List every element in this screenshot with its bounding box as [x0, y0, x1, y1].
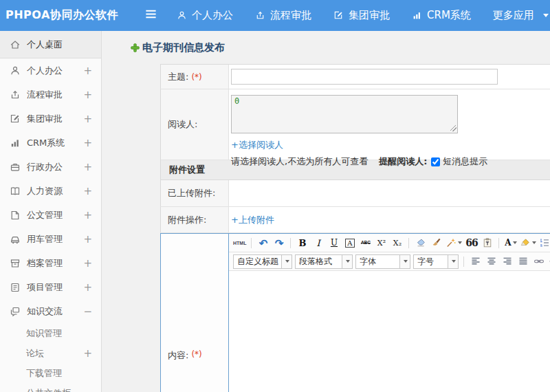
app-logo: PHPOA协同办公软件 [0, 8, 136, 23]
expand-icon[interactable]: + [83, 65, 92, 77]
sidebar-item-vehicle-management[interactable]: 用车管理+ [0, 227, 101, 251]
align-left-button[interactable] [468, 254, 483, 269]
expand-icon[interactable]: + [83, 161, 92, 173]
menu-icon [144, 8, 157, 21]
sidebar-item-personal-office[interactable]: 个人办公+ [0, 58, 101, 83]
top-header: PHPOA协同办公软件 个人办公流程审批集团审批CRM系统更多应用 [0, 0, 550, 31]
sidebar-item-human-resources[interactable]: 人力资源+ [0, 179, 101, 203]
edit-icon [10, 113, 21, 124]
sidebar-item-archive-management[interactable]: 档案管理+ [0, 251, 101, 275]
chart-icon [412, 10, 422, 21]
dropdown-caret [399, 255, 410, 268]
choose-readers-link[interactable]: +选择阅读人 [231, 139, 283, 151]
highlight-color-button[interactable] [519, 236, 537, 250]
sidebar-item-group-approval[interactable]: 集团审批+ [0, 107, 101, 131]
font-family-button[interactable]: A [342, 236, 357, 250]
sidebar-item-document-management[interactable]: 公文管理+ [0, 203, 101, 227]
sidebar-item-label: 知识管理 [26, 327, 62, 340]
expand-icon[interactable]: + [83, 89, 92, 101]
dropdown-caret [342, 255, 352, 268]
sidebar-item-workflow-approval[interactable]: 流程审批+ [0, 83, 101, 107]
sidebar-item-project-management[interactable]: 项目管理+ [0, 275, 101, 299]
edit-icon [333, 10, 344, 21]
expand-icon[interactable]: + [83, 281, 92, 294]
heading-select[interactable]: 自定义标题 [233, 254, 292, 269]
align-justify-button[interactable] [516, 254, 530, 269]
subject-input[interactable] [231, 69, 498, 85]
underline-glyph: U [331, 239, 338, 247]
expand-icon[interactable]: + [83, 113, 92, 125]
sidebar-item-label: 公文管理 [27, 209, 63, 221]
expand-icon[interactable]: + [83, 185, 92, 197]
font-select[interactable]: 字体 [355, 254, 410, 269]
font-family-glyph: A [345, 239, 354, 248]
hamburger-menu-button[interactable] [144, 8, 157, 23]
link-button[interactable] [531, 254, 546, 269]
toolbar-separator [498, 238, 499, 248]
text-color-button[interactable]: A [503, 236, 518, 250]
bold-button[interactable]: B [295, 236, 309, 250]
align-justify-icon [518, 256, 529, 267]
source-code-glyph: HTML [233, 241, 246, 246]
nav-group-approval[interactable]: 集团审批 [333, 9, 390, 22]
nav-label: 个人办公 [192, 9, 233, 22]
sidebar-item-label: 用车管理 [27, 233, 63, 246]
subscript-button[interactable]: X₂ [390, 236, 404, 250]
redo-button[interactable]: ↷ [272, 236, 286, 250]
nav-workflow-approval[interactable]: 流程审批 [255, 9, 311, 22]
strikethrough-button[interactable]: ABC [358, 236, 373, 250]
toolbar-separator [290, 238, 291, 248]
expand-icon[interactable]: + [83, 137, 92, 149]
caret-down-icon [458, 241, 462, 244]
undo-button[interactable]: ↶ [256, 236, 270, 250]
format-brush-button[interactable] [429, 236, 443, 250]
upload-attachment-link[interactable]: +上传附件 [231, 214, 274, 226]
superscript-button[interactable]: X² [374, 236, 388, 250]
page-title: 电子期刊信息发布 [142, 41, 225, 54]
paragraph-select[interactable]: 段落格式 [295, 254, 353, 269]
expand-icon[interactable]: + [83, 233, 92, 246]
italic-button[interactable]: I [311, 236, 325, 250]
sidebar-item-forum[interactable]: 论坛+ [0, 343, 101, 363]
nav-more-apps[interactable]: 更多应用 [493, 9, 549, 22]
caret-down-icon [404, 260, 408, 263]
flow-icon [10, 89, 21, 100]
editor-content-area[interactable] [229, 271, 550, 392]
nav-personal-office[interactable]: 个人办公 [177, 9, 233, 22]
resize-handle-icon[interactable] [450, 125, 456, 131]
uploaded-attachments-value [229, 180, 550, 206]
sidebar-item-admin-office[interactable]: 行政办公+ [0, 155, 101, 179]
eraser-icon [415, 237, 426, 248]
underline-button[interactable]: U [327, 236, 341, 250]
source-code-button[interactable]: HTML [232, 236, 247, 250]
quick-format-button[interactable] [445, 236, 463, 250]
size-select[interactable]: 字号 [413, 254, 459, 269]
align-right-button[interactable] [500, 254, 514, 269]
align-center-button[interactable] [484, 254, 498, 269]
expand-icon[interactable]: + [83, 347, 92, 360]
sidebar-item-personal-desktop[interactable]: 个人桌面 [0, 31, 101, 58]
sidebar-item-crm-system[interactable]: CRM系统+ [0, 131, 101, 155]
unlink-button[interactable] [547, 254, 550, 269]
sidebar-item-public-file-cabinet[interactable]: 公共文件柜 [0, 383, 101, 392]
expand-icon[interactable]: + [83, 209, 92, 221]
nav-crm-system[interactable]: CRM系统 [412, 9, 471, 22]
sidebar-item-knowledge-exchange[interactable]: 知识交流− [0, 299, 101, 323]
superscript-glyph: X² [377, 239, 386, 247]
sidebar-item-label: 个人桌面 [27, 39, 63, 51]
sms-notify-checkbox[interactable] [431, 157, 440, 166]
collapse-icon[interactable]: − [83, 305, 92, 318]
top-nav: 个人办公流程审批集团审批CRM系统更多应用 [177, 9, 549, 22]
paste-as-text-button[interactable] [480, 236, 494, 250]
sidebar-item-download-management[interactable]: 下载管理 [0, 363, 101, 383]
readers-textarea[interactable]: 0 [231, 95, 458, 133]
size-select-label: 字号 [414, 256, 448, 268]
sidebar-item-knowledge-management[interactable]: 知识管理 [0, 323, 101, 343]
ordered-list-button[interactable] [538, 236, 550, 250]
eraser-button[interactable] [413, 236, 428, 250]
sidebar-item-label: 公共文件柜 [26, 387, 71, 392]
bold-glyph: B [298, 239, 306, 248]
expand-icon[interactable]: + [83, 257, 92, 270]
blockquote-button[interactable]: 66 [464, 236, 478, 250]
sidebar-item-label: 论坛 [26, 347, 44, 360]
